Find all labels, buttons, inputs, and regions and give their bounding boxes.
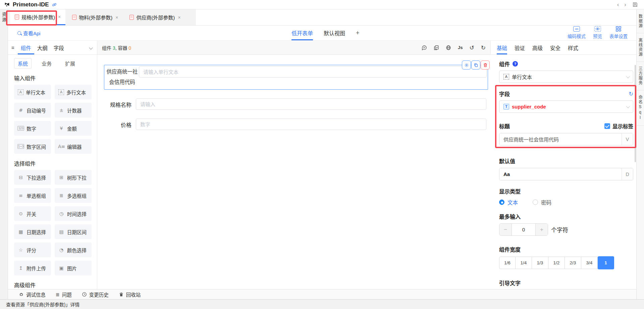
palette-item-number[interactable]: 123数字 (14, 121, 51, 136)
stepper-value[interactable]: 0 (512, 224, 536, 235)
sidebar-tab-components[interactable]: 组件 (18, 41, 34, 54)
palette-item-attachment-upload[interactable]: ↥附件上传 (14, 261, 51, 275)
price-input[interactable] (136, 119, 486, 130)
refresh-icon[interactable]: ↻ (629, 91, 633, 97)
palette-item-counter[interactable]: ±计数器 (55, 103, 92, 118)
palette-item-image[interactable]: ▣图片 (55, 261, 92, 275)
preview-button[interactable]: 预览 (593, 26, 602, 39)
width-option-3-4[interactable]: 3/4 (581, 257, 598, 269)
tab-spec-external-params[interactable]: 规格(外部参数) × (10, 9, 65, 25)
comment-icon[interactable] (422, 45, 427, 50)
code-mode-button[interactable]: </> 编码模式 (568, 26, 586, 39)
tab-default-view[interactable]: 默认视图 (324, 26, 345, 40)
show-label-checkbox[interactable]: 显示标签 (604, 122, 633, 130)
palette-item-tree-dropdown[interactable]: ⊞树形下拉 (55, 170, 92, 185)
component-copy-button[interactable] (471, 60, 480, 70)
rail-item-third-party-services[interactable]: 三方服务 (637, 62, 644, 90)
help-icon[interactable]: ? (513, 61, 518, 67)
form-row-price[interactable]: 价格 (104, 119, 486, 130)
component-count-value: 3 (113, 45, 115, 51)
change-history-button[interactable]: 变更历史 (82, 291, 109, 298)
nav-back-icon[interactable]: ‹ (614, 1, 622, 8)
stepper-minus-button[interactable]: − (499, 224, 512, 235)
supplier-code-input[interactable] (139, 66, 487, 78)
menu-icon[interactable]: ≡ (11, 45, 14, 50)
rail-item-offline-resources[interactable]: 离线资源 (637, 33, 644, 62)
globe-icon[interactable] (446, 45, 451, 50)
tab-label: 物料(外部参数) (79, 14, 112, 21)
palette-item-auto-number[interactable]: #自动编号 (14, 103, 51, 118)
form-settings-button[interactable]: 表单设置 (609, 26, 628, 39)
palette-item-date-picker[interactable]: ▦日期选择 (14, 224, 51, 239)
selected-component-supplier-code[interactable]: 供应商统一社 会信用代码 (104, 65, 488, 90)
palette-item-time-picker[interactable]: ◷时间选择 (55, 206, 92, 221)
stepper-plus-button[interactable]: + (536, 224, 548, 235)
tab-validation[interactable]: 验证 (515, 41, 525, 54)
edit-link-icon[interactable] (52, 2, 57, 7)
width-option-2-3[interactable]: 2/3 (565, 257, 581, 269)
subtab-extension[interactable]: 扩展 (62, 58, 78, 68)
rail-item-named-sql[interactable]: 命名Sql (637, 90, 644, 126)
width-option-1-4[interactable]: 1/4 (516, 257, 532, 269)
recycle-bin-button[interactable]: 回收站 (119, 291, 141, 298)
palette-item-checkbox-group[interactable]: ≣多选框组 (55, 188, 92, 203)
tab-lowcode-form[interactable]: 低开表单 (291, 26, 313, 40)
undo-icon[interactable]: ↺ (470, 44, 474, 51)
default-value-input[interactable] (499, 168, 622, 180)
default-value-dynamic-button[interactable]: D (622, 168, 633, 180)
rail-item-datasource[interactable]: 数据源 (637, 9, 644, 33)
close-icon[interactable]: × (115, 15, 118, 20)
palette-item-dropdown[interactable]: ⊟下拉选择 (14, 170, 51, 185)
title-variable-button[interactable]: V (622, 133, 633, 145)
nav-forward-icon[interactable]: › (622, 1, 629, 8)
gear-icon (464, 63, 469, 68)
inspector-scrollbar[interactable] (635, 65, 636, 162)
tab-material-external-params[interactable]: 物料(外部参数) × (67, 9, 123, 25)
field-select[interactable]: T supplier_code (499, 100, 633, 113)
tab-basic[interactable]: 基础 (497, 41, 507, 54)
radio-password[interactable]: 密码 (533, 198, 551, 206)
subtab-system[interactable]: 系统 (14, 58, 32, 69)
sidebar-tab-fields[interactable]: 字段 (51, 41, 67, 54)
close-icon[interactable]: × (58, 14, 61, 19)
form-row-spec-name[interactable]: 规格名称 (104, 98, 486, 110)
palette-item-switch[interactable]: ⊙开关 (14, 206, 51, 221)
palette-item-money[interactable]: ¥金额 (55, 121, 92, 136)
component-type-select[interactable]: A 单行文本 (499, 71, 633, 83)
radio-text[interactable]: 文本 (499, 198, 518, 206)
sidebar-tab-outline[interactable]: 大纲 (34, 41, 51, 54)
palette-item-editor[interactable]: A≡编辑器 (55, 139, 92, 154)
view-api-link[interactable]: 查看Api (17, 30, 41, 37)
add-view-button[interactable]: + (356, 26, 360, 40)
palette-item-number-range[interactable]: 1~3数字区间 (14, 139, 51, 154)
tab-style[interactable]: 样式 (568, 41, 578, 54)
left-rail-resources-tab[interactable]: 资源 (1, 12, 7, 299)
spec-name-input[interactable] (136, 98, 486, 110)
checkbox-group-icon: ≣ (58, 193, 65, 198)
width-option-1-6[interactable]: 1/6 (499, 257, 516, 269)
width-option-full[interactable]: 1 (598, 256, 614, 269)
problems-button[interactable]: ≣ 问题 (56, 291, 72, 298)
palette-item-multi-line-text[interactable]: A多行文本 (55, 85, 92, 99)
chevron-down-icon[interactable] (89, 46, 93, 49)
close-icon[interactable]: × (178, 15, 180, 20)
palette-item-rating[interactable]: ☆评分 (14, 242, 51, 257)
tab-security[interactable]: 安全 (550, 41, 560, 54)
component-settings-button[interactable] (462, 60, 471, 70)
palette-item-color-picker[interactable]: ◔颜色选择 (55, 242, 92, 257)
palette-item-date-range[interactable]: ▤日期区间 (55, 224, 92, 239)
tab-advanced[interactable]: 高级 (532, 41, 543, 54)
debug-info-button[interactable]: 调试信息 (19, 291, 46, 298)
palette-item-single-line-text[interactable]: A单行文本 (14, 85, 51, 99)
subtab-business[interactable]: 业务 (38, 58, 55, 68)
width-option-1-3[interactable]: 1/3 (532, 257, 548, 269)
tab-supplier-external-params[interactable]: 供应商(外部参数) × (125, 9, 185, 25)
copy-check-icon[interactable] (434, 45, 439, 50)
width-option-1-2[interactable]: 1/2 (548, 257, 565, 269)
component-delete-button[interactable] (481, 60, 490, 70)
palette-item-radio-group[interactable]: ≡单选框组 (14, 188, 51, 203)
title-input[interactable] (499, 133, 622, 145)
redo-icon[interactable]: ↻ (481, 44, 486, 51)
save-icon[interactable] (632, 2, 638, 7)
js-icon[interactable]: Js (458, 45, 463, 50)
